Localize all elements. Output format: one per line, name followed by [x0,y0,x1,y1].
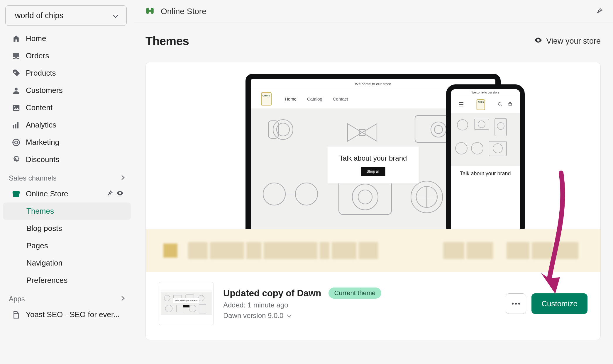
svg-point-7 [15,141,18,144]
sidebar-item-label: Yoast SEO - SEO for ever... [26,310,120,319]
sidebar-item-customers[interactable]: Customers [3,82,131,99]
theme-thumbnail: Talk about your brand [159,282,214,325]
current-theme-badge: Current theme [328,288,382,299]
sidebar-sub-themes[interactable]: Themes [3,203,131,220]
sub-item-label: Blog posts [26,224,62,233]
sidebar-item-discounts[interactable]: Discounts [3,151,131,168]
storefront-nav-home: Home [285,96,297,101]
svg-point-6 [13,139,20,146]
channel-icon [145,6,155,17]
info-banner-blurred [146,229,600,272]
sidebar-sub-navigation[interactable]: Navigation [3,254,131,272]
pin-icon[interactable] [107,189,113,198]
svg-point-18 [263,183,285,205]
sidebar-item-label: Products [26,69,56,78]
svg-rect-3 [13,125,14,128]
section-label-text: Sales channels [9,174,57,182]
svg-point-46 [515,303,517,305]
search-icon [498,102,502,108]
sidebar-item-label: Analytics [26,120,56,130]
thumb-text: Talk about your brand [173,298,199,303]
sidebar-sub-pages[interactable]: Pages [3,237,131,254]
current-theme-card: Welcome to our store Home Catalog Contac… [145,62,601,340]
sidebar-item-label: Customers [26,86,63,95]
sidebar-item-home[interactable]: Home [3,30,131,47]
store-name: world of chips [15,11,63,20]
image-icon [12,103,21,112]
more-actions-button[interactable] [506,293,526,314]
theme-preview: Welcome to our store Home Catalog Contac… [146,62,600,229]
store-logo [258,91,274,106]
svg-point-47 [518,303,520,305]
mobile-preview: Welcome to our store [446,84,525,229]
svg-point-37 [164,295,170,301]
hero-doodles [451,113,520,166]
svg-rect-31 [495,118,507,136]
svg-point-45 [512,303,514,305]
bars-icon [12,121,21,130]
theme-name: Updated copy of Dawn [223,288,321,298]
sidebar: world of chips Home Orders Products Cust… [0,0,134,364]
sidebar-item-label: Online Store [26,189,68,198]
chevron-right-icon [121,174,125,182]
caret-down-icon[interactable] [287,312,292,320]
svg-rect-44 [199,305,206,313]
sidebar-item-products[interactable]: Products [3,64,131,82]
sub-item-label: Pages [26,241,48,250]
mobile-hero-text: Talk about your brand [452,171,519,177]
svg-point-32 [497,123,504,130]
hero-text: Talk about your brand [339,154,407,162]
sidebar-item-orders[interactable]: Orders [3,47,131,64]
svg-rect-4 [15,124,16,128]
sidebar-sub-preferences[interactable]: Preferences [3,272,131,289]
svg-point-41 [165,305,172,312]
svg-point-34 [471,142,483,154]
announce-bar: Welcome to our store [451,89,520,96]
chevron-right-icon [121,295,125,303]
store-logo [475,98,486,111]
view-store-link[interactable]: View your store [534,37,601,46]
svg-point-36 [493,144,502,153]
sidebar-item-analytics[interactable]: Analytics [3,116,131,134]
person-icon [12,86,21,95]
home-icon [12,34,21,43]
sidebar-item-label: Orders [26,51,49,60]
storefront-icon [12,190,21,198]
store-selector[interactable]: world of chips [5,5,127,26]
apps-header[interactable]: Apps [0,289,134,306]
pin-icon[interactable] [596,7,603,16]
eye-icon [534,37,543,46]
svg-point-28 [457,120,468,130]
svg-point-19 [295,183,318,205]
svg-point-2 [14,106,15,107]
sidebar-sub-blog-posts[interactable]: Blog posts [3,220,131,237]
sales-channels-header[interactable]: Sales channels [0,168,134,185]
chevron-down-icon [113,11,118,20]
cart-icon [508,102,512,108]
sidebar-item-marketing[interactable]: Marketing [3,134,131,151]
sidebar-item-online-store[interactable]: Online Store [3,185,131,203]
sub-item-label: Preferences [26,276,67,285]
page-title: Themes [145,35,189,48]
svg-rect-5 [17,122,18,128]
hamburger-icon [458,102,464,108]
svg-point-0 [15,88,18,91]
sidebar-item-content[interactable]: Content [3,99,131,116]
svg-point-43 [189,305,196,312]
theme-version: Dawn version 9.0.0 [223,312,283,320]
eye-icon[interactable] [116,189,124,198]
sidebar-item-label: Content [26,103,53,112]
svg-point-30 [478,121,485,128]
svg-point-16 [431,122,446,137]
sidebar-item-yoast[interactable]: Yoast SEO - SEO for ever... [3,306,131,323]
customize-button[interactable]: Customize [531,293,587,314]
main: Online Store Themes View your store [134,0,613,364]
svg-point-21 [352,184,378,210]
svg-point-17 [434,125,443,134]
storefront-nav-contact: Contact [333,96,348,101]
svg-point-22 [358,190,372,204]
sidebar-item-label: Marketing [26,138,59,147]
target-icon [12,138,21,147]
hero-card: Talk about your brand Shop all [328,147,419,183]
theme-added: Added: 1 minute ago [223,301,496,309]
